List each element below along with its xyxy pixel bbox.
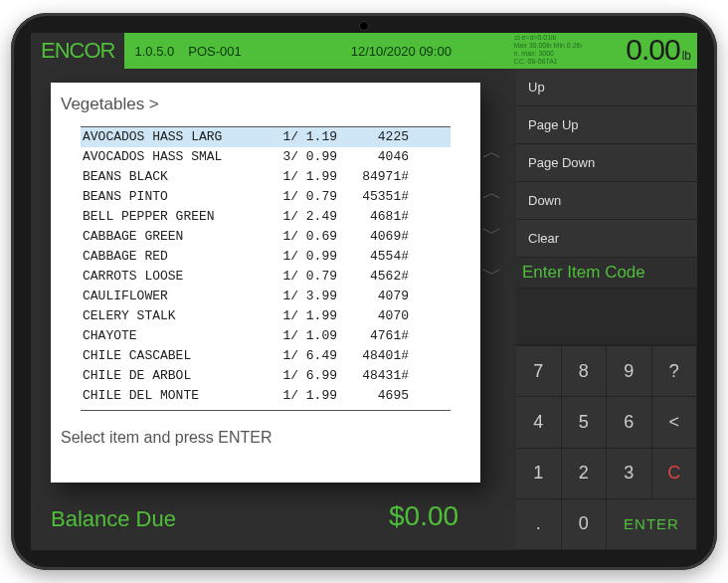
right-controls: UpPage UpPage DownDownClear Enter Item C… <box>516 69 697 550</box>
item-name: AVOCADOS HASS LARG <box>83 127 260 147</box>
version-label: 1.0.5.0 <box>134 44 174 59</box>
key-9[interactable]: 9 <box>607 346 652 397</box>
status-line: n. max: 3000 <box>514 50 582 58</box>
status-line: ⚖ e=d=0.01lb <box>514 34 582 42</box>
list-item[interactable]: CARROTS LOOSE1/ 0.794562# <box>81 267 451 287</box>
key-clear[interactable]: C <box>652 449 698 499</box>
key-0[interactable]: 0 <box>562 499 608 550</box>
item-name: CAULIFLOWER <box>83 287 260 306</box>
item-code: 4562# <box>337 267 409 287</box>
item-price: 1/ 0.99 <box>260 247 337 267</box>
item-price: 1/ 6.99 <box>260 366 337 386</box>
prompt-text: Select item and press ENTER <box>51 411 480 447</box>
item-list[interactable]: AVOCADOS HASS LARG1/ 1.194225AVOCADOS HA… <box>81 126 451 411</box>
clear-button[interactable]: Clear <box>516 220 697 258</box>
item-price: 1/ 0.79 <box>260 267 337 287</box>
chevron-down-icon: ﹀ <box>482 220 502 247</box>
key-7[interactable]: 7 <box>516 346 562 397</box>
item-code: 4225 <box>337 127 409 147</box>
datetime-label: 12/10/2020 09:00 <box>351 44 452 59</box>
weight-unit: lb <box>682 49 691 66</box>
tablet-frame: ENCOR 1.0.5.0 POS-001 12/10/2020 09:00 ⚖… <box>11 13 717 570</box>
list-item[interactable]: CELERY STALK1/ 1.994070 <box>81 306 451 326</box>
screen: ENCOR 1.0.5.0 POS-001 12/10/2020 09:00 ⚖… <box>31 33 697 550</box>
list-item[interactable]: CHILE DEL MONTE1/ 1.994695 <box>81 386 451 406</box>
balance-amount: $0.00 <box>389 500 458 532</box>
key-help[interactable]: ? <box>652 346 698 397</box>
status-line: Max 30.00lb Min 0.2lb <box>514 42 582 50</box>
item-price: 1/ 1.99 <box>260 306 337 326</box>
scale-status: ⚖ e=d=0.01lb Max 30.00lb Min 0.2lb n. ma… <box>514 34 582 66</box>
key-4[interactable]: 4 <box>516 397 562 448</box>
page-up-button[interactable]: Page Up <box>516 106 697 144</box>
item-code: 4070 <box>337 306 409 326</box>
item-code: 48401# <box>337 346 409 366</box>
key-5[interactable]: 5 <box>562 397 608 448</box>
item-price: 1/ 6.49 <box>260 346 337 366</box>
list-item[interactable]: AVOCADOS HASS LARG1/ 1.194225 <box>81 127 451 147</box>
list-item[interactable]: CABBAGE GREEN1/ 0.694069# <box>81 227 451 247</box>
brand-logo: ENCOR <box>31 33 124 69</box>
page-down-button[interactable]: Page Down <box>516 144 697 182</box>
list-item[interactable]: BEANS PINTO1/ 0.7945351# <box>81 187 451 207</box>
key-backspace[interactable]: < <box>652 397 698 448</box>
item-name: BELL PEPPER GREEN <box>83 207 260 227</box>
item-code: 4761# <box>337 326 409 346</box>
item-name: BEANS PINTO <box>83 187 260 207</box>
balance-label: Balance Due <box>51 506 176 532</box>
item-code: 48431# <box>337 366 409 386</box>
key-6[interactable]: 6 <box>607 397 652 448</box>
item-name: BEANS BLACK <box>83 167 260 187</box>
item-name: CHILE DEL MONTE <box>83 386 260 406</box>
item-name: CHILE CASCABEL <box>83 346 260 366</box>
item-code: 4554# <box>337 247 409 267</box>
item-price: 1/ 1.09 <box>260 326 337 346</box>
key-2[interactable]: 2 <box>562 449 608 499</box>
item-price: 1/ 0.69 <box>260 227 337 247</box>
item-code: 4069# <box>337 227 409 247</box>
up-button[interactable]: Up <box>516 69 697 106</box>
item-code-input[interactable] <box>516 288 697 345</box>
item-price: 3/ 0.99 <box>260 147 337 167</box>
list-item[interactable]: BEANS BLACK1/ 1.9984971# <box>81 167 451 187</box>
chevron-up-icon: ︿ <box>482 179 502 206</box>
item-code: 4695 <box>337 386 409 406</box>
key-enter[interactable]: ENTER <box>607 499 697 550</box>
item-code: 4046 <box>337 147 409 167</box>
camera-icon <box>359 21 369 31</box>
list-item[interactable]: CABBAGE RED1/ 0.994554# <box>81 247 451 267</box>
item-price: 1/ 1.99 <box>260 167 337 187</box>
list-item[interactable]: AVOCADOS HASS SMAL3/ 0.994046 <box>81 147 451 167</box>
key-3[interactable]: 3 <box>607 449 652 499</box>
item-name: CABBAGE GREEN <box>83 227 260 247</box>
chevron-up-icon: ︿ <box>482 138 502 165</box>
status-line: CC: 08-08TA1 <box>514 58 582 66</box>
keypad: 789?456<123C.0ENTER <box>516 345 697 550</box>
item-price: 1/ 2.49 <box>260 207 337 227</box>
key-decimal[interactable]: . <box>516 499 562 550</box>
item-name: CABBAGE RED <box>83 247 260 267</box>
list-item[interactable]: BELL PEPPER GREEN1/ 2.494681# <box>81 207 451 227</box>
terminal-label: POS-001 <box>188 44 241 59</box>
item-name: CARROTS LOOSE <box>83 267 260 287</box>
item-name: CHAYOTE <box>83 326 260 346</box>
list-item[interactable]: CHAYOTE1/ 1.094761# <box>81 326 451 346</box>
list-item[interactable]: CAULIFLOWER1/ 3.994079 <box>81 287 451 306</box>
key-8[interactable]: 8 <box>562 346 608 397</box>
item-price: 1/ 3.99 <box>260 287 337 306</box>
weight-display: 0.00 lb <box>586 33 697 69</box>
chevron-down-icon: ﹀ <box>482 261 502 288</box>
main-area: Vegetables > AVOCADOS HASS LARG1/ 1.1942… <box>31 69 697 550</box>
item-picker-panel: Vegetables > AVOCADOS HASS LARG1/ 1.1942… <box>51 83 480 483</box>
header-bar: ENCOR 1.0.5.0 POS-001 12/10/2020 09:00 ⚖… <box>31 33 697 69</box>
nav-button-group: UpPage UpPage DownDownClear <box>516 69 697 258</box>
weight-value: 0.00 <box>626 33 679 67</box>
key-1[interactable]: 1 <box>516 449 562 499</box>
item-code: 4681# <box>337 207 409 227</box>
list-item[interactable]: CHILE DE ARBOL1/ 6.9948431# <box>81 366 451 386</box>
item-name: AVOCADOS HASS SMAL <box>83 147 260 167</box>
list-item[interactable]: CHILE CASCABEL1/ 6.4948401# <box>81 346 451 366</box>
down-button[interactable]: Down <box>516 182 697 220</box>
breadcrumb: Vegetables > <box>51 83 480 120</box>
item-price: 1/ 1.99 <box>260 386 337 406</box>
